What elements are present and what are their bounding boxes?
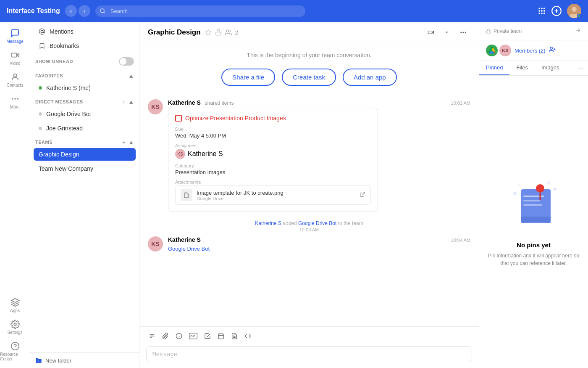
- action-buttons: Share a file Create task Add an app: [148, 69, 470, 86]
- rs-members-row[interactable]: KS Members (2): [479, 40, 588, 61]
- svg-point-17: [17, 98, 18, 100]
- google-drive-icon: [488, 47, 495, 54]
- teams-collapse-button[interactable]: ▲: [128, 139, 134, 146]
- svg-text:GIF: GIF: [190, 335, 195, 338]
- svg-rect-23: [216, 32, 221, 35]
- no-pins-title: No pins yet: [517, 241, 551, 249]
- svg-point-20: [41, 30, 43, 32]
- system-msg-link2[interactable]: Google Drive Bot: [298, 220, 336, 226]
- chat-header: Graphic Design 2: [139, 22, 479, 43]
- sidebar-bottom: + New folder: [30, 352, 139, 368]
- rs-content: No pins yet Pin information and it will …: [479, 76, 588, 368]
- add-app-label: Add an app: [354, 74, 386, 81]
- chat-body: This is the beginning of your team conve…: [139, 43, 479, 326]
- nav-forward-button[interactable]: ›: [79, 5, 90, 17]
- mentions-item[interactable]: Mentions: [34, 25, 136, 38]
- emoji-button[interactable]: [173, 331, 185, 343]
- add-icon-button[interactable]: [551, 5, 562, 16]
- offline-indicator: [39, 112, 42, 116]
- rs-close-button[interactable]: [575, 27, 581, 35]
- google-bot-link[interactable]: Google Drive Bot: [168, 246, 210, 252]
- format-text-button[interactable]: [146, 331, 158, 343]
- sidebar-item-contacts[interactable]: Contacts: [0, 69, 30, 91]
- sidebar-item-settings[interactable]: Settings: [0, 316, 30, 338]
- dm-name: Joe Grinstead: [46, 125, 83, 132]
- paperclip-icon: [162, 333, 169, 339]
- system-message-1: Katherine S added Google Drive Bot to th…: [148, 220, 470, 232]
- add-app-button[interactable]: Add an app: [343, 69, 397, 86]
- folder-icon: +: [35, 357, 42, 364]
- new-folder-item[interactable]: + New folder: [35, 357, 134, 364]
- user-avatar-wrap[interactable]: [567, 4, 581, 18]
- tab-images-label: Images: [541, 64, 559, 71]
- svg-rect-2: [541, 8, 542, 9]
- svg-rect-41: [487, 31, 491, 33]
- sidebar-item-more[interactable]: More: [0, 91, 30, 113]
- task-title-text: Optimize Presentation Product Images: [185, 115, 286, 122]
- svg-rect-13: [11, 53, 16, 57]
- system-msg-suffix: to the team: [338, 220, 363, 226]
- svg-rect-50: [523, 196, 544, 197]
- svg-rect-8: [541, 13, 542, 14]
- svg-point-42: [550, 47, 552, 49]
- attachment-open-button[interactable]: [360, 191, 365, 199]
- members-count: 2: [235, 29, 238, 36]
- team-item-team-new-company[interactable]: Team New Company: [34, 162, 136, 175]
- attachment-file-icon: [181, 189, 192, 201]
- online-indicator: [39, 86, 42, 90]
- message-time-2: 10:04 AM: [451, 238, 470, 243]
- attachment-name: Image template for JK to create.png: [197, 190, 355, 196]
- dm-item-google-drive-bot[interactable]: Google Drive Bot: [34, 108, 136, 120]
- snippet-button[interactable]: [228, 331, 240, 343]
- team-name: Graphic Design: [39, 151, 79, 158]
- sidebar-item-resource-center[interactable]: Resource Center: [0, 338, 30, 365]
- teams-header: TEAMS + ▲: [30, 135, 139, 147]
- message-header-2: Katherine S 10:04 AM: [168, 236, 470, 243]
- code-button[interactable]: [242, 331, 254, 343]
- team-item-graphic-design[interactable]: Graphic Design: [34, 148, 136, 161]
- nav-back-button[interactable]: ‹: [65, 5, 77, 17]
- svg-point-0: [100, 9, 104, 13]
- bookmarks-item[interactable]: Bookmarks: [34, 40, 136, 52]
- sidebar-item-apps[interactable]: Apps: [0, 294, 30, 316]
- task-button[interactable]: [202, 331, 213, 343]
- message-input[interactable]: [146, 346, 472, 362]
- star-icon[interactable]: [205, 29, 212, 36]
- offline-indicator: [39, 127, 42, 130]
- create-task-button[interactable]: Create task: [282, 69, 336, 86]
- gif-button[interactable]: GIF: [186, 331, 200, 343]
- dm-item-joe[interactable]: Joe Grinstead: [34, 122, 136, 135]
- sidebar-item-video[interactable]: Video: [0, 47, 30, 69]
- grid-icon-button[interactable]: [538, 7, 546, 15]
- dm-collapse-button[interactable]: ▲: [128, 98, 134, 105]
- sidebar-item-message[interactable]: Message: [0, 25, 30, 47]
- tab-files[interactable]: Files: [509, 61, 534, 75]
- favorites-collapse-button[interactable]: ▲: [128, 72, 134, 79]
- rs-header: Private team: [479, 22, 588, 40]
- show-unread-toggle[interactable]: [119, 57, 134, 66]
- add-member-button[interactable]: [549, 46, 556, 55]
- teams-add-button[interactable]: +: [122, 139, 126, 146]
- favorite-item-katherine[interactable]: Katherine S (me): [34, 82, 136, 94]
- topbar: Interface Testing ‹ ›: [0, 0, 588, 22]
- system-msg-link1[interactable]: Katherine S: [255, 220, 281, 226]
- more-options-button[interactable]: [456, 27, 470, 38]
- chat-header-icons: 2: [205, 29, 238, 36]
- share-file-button[interactable]: Share a file: [221, 69, 275, 86]
- create-task-label: Create task: [293, 74, 325, 81]
- tab-images[interactable]: Images: [535, 61, 566, 75]
- system-msg-time-1: 10:03 AM: [148, 227, 470, 232]
- search-input[interactable]: [95, 5, 305, 17]
- dm-add-button[interactable]: +: [122, 98, 126, 105]
- more-dots-icon: [10, 94, 20, 103]
- rs-tabs-more[interactable]: ···: [574, 61, 588, 75]
- tab-pinned[interactable]: Pinned: [479, 61, 509, 75]
- attachment-row[interactable]: Image template for JK to create.png Goog…: [175, 185, 371, 205]
- video-call-button[interactable]: [424, 27, 438, 37]
- task-checkbox[interactable]: [175, 115, 182, 122]
- dropdown-button[interactable]: [441, 28, 453, 37]
- attach-button[interactable]: [160, 331, 171, 343]
- more-label: More: [10, 105, 20, 109]
- calendar-button[interactable]: [215, 331, 227, 343]
- video-label: Video: [10, 61, 20, 66]
